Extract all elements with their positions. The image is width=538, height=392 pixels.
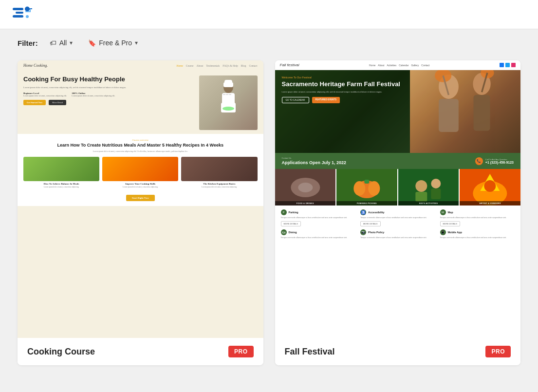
- fall-photo-kids: KID'S ACTIVITIES: [398, 169, 459, 205]
- fall-feature-dining-icon: 🍽: [281, 229, 287, 235]
- fall-photo-artist: ARTIST & VENDORS: [460, 169, 520, 205]
- svg-point-29: [368, 181, 380, 196]
- fall-feature-accessibility-btn: MORE DETAILS: [360, 221, 381, 226]
- fall-feature-photo-policy: 📷 Photo Policy Tempor commodo ullamcorpe…: [360, 229, 435, 239]
- fall-nav: Fall festival Home About Activities Cale…: [275, 60, 521, 70]
- filter-label: Filter:: [18, 39, 38, 47]
- fall-feature-parking-header: P Parking: [281, 209, 356, 215]
- people-silhouettes: [410, 70, 520, 153]
- fall-info-phone-icon: 📞: [475, 157, 483, 165]
- cooking-mini-title-1: How To Achieve Balance In Meals: [23, 183, 99, 185]
- svg-rect-0: [13, 8, 23, 10]
- cooking-mini-title-2: Improve Your Cooking Skills: [102, 183, 178, 185]
- svg-rect-8: [226, 94, 228, 95]
- svg-point-32: [415, 180, 427, 192]
- svg-rect-31: [398, 169, 459, 205]
- fall-festival-title: Fall Festival: [285, 347, 335, 357]
- fall-info-phone-area: Call To Ask Any Question +1 (323)-456-91…: [485, 158, 514, 164]
- fall-hero-tag: Welcome To Our Festival: [282, 76, 400, 79]
- fall-calendar-btn: GO TO CALENDAR: [282, 97, 309, 103]
- svg-rect-7: [223, 94, 225, 95]
- cooking-nav-brand: Home Cooking.: [23, 63, 48, 68]
- fall-feature-mobile-app: 📱 Mobile App Tempor commodo ullamcorper …: [440, 229, 515, 239]
- fall-photo-artist-label: ARTIST & VENDORS: [460, 201, 520, 205]
- fall-feature-accessibility-header: ♿ Accessibility: [360, 209, 435, 215]
- svg-point-25: [298, 183, 313, 192]
- fall-hero-btns: GO TO CALENDAR FEATURED EVENTS: [282, 97, 400, 103]
- fall-feature-dining: 🍽 Dining Tempor commodo ullamcorper a li…: [281, 229, 356, 239]
- logo[interactable]: [12, 6, 33, 23]
- cooking-section2: Course overview Learn How To Create Nutr…: [18, 134, 263, 206]
- fall-nav-home: Home: [369, 64, 375, 67]
- cooking-mini-card-1: How To Achieve Balance In Meals Lorem ip…: [23, 157, 99, 188]
- fall-nav-activities: Activities: [387, 64, 396, 67]
- fall-nav-instagram-icon: [511, 63, 516, 67]
- cooking-nav-testimonials: Testimonials: [206, 64, 220, 67]
- svg-point-39: [484, 180, 496, 192]
- fall-features: P Parking Tempor commodo ullamcorper a l…: [275, 205, 521, 243]
- fall-feature-photo-policy-title: Photo Policy: [368, 231, 384, 234]
- cooking-hero-title: Cooking For Busy Healthy People: [23, 75, 195, 83]
- filter-all-button[interactable]: 🏷 All ▾: [46, 37, 77, 49]
- fall-festival-card[interactable]: Fall festival Home About Activities Cale…: [275, 60, 521, 365]
- svg-rect-2: [13, 15, 23, 18]
- cooking-hero-image: [199, 75, 258, 130]
- fall-feature-accessibility-icon: ♿: [360, 209, 366, 215]
- fall-info-left: Contact Us Applications Open July 1, 202…: [282, 157, 347, 165]
- fall-photo-food-label: FOOD & DRINKS: [275, 201, 336, 205]
- fall-info-phone: +1 (323)-456-9123: [485, 161, 514, 164]
- filter-free-pro-button[interactable]: 🔖 Free & Pro ▾: [84, 37, 142, 49]
- fall-info-bar: Contact Us Applications Open July 1, 202…: [275, 153, 521, 169]
- svg-point-34: [431, 179, 441, 188]
- cooking-hero-btns: Get Started Now More Detail: [23, 100, 195, 105]
- cooking-cta-btn: Start Right Now: [126, 195, 155, 201]
- cooking-nav-faq: FAQ's & Help: [223, 64, 238, 67]
- fall-nav-about: About: [378, 64, 384, 67]
- fall-feature-mobile-app-header: 📱 Mobile App: [440, 229, 515, 235]
- fall-photo-kids-label: KID'S ACTIVITIES: [398, 201, 459, 205]
- fall-photo-pumpkin: PUMKING PICKING: [336, 169, 397, 205]
- chef-image-placeholder: [199, 75, 258, 130]
- svg-point-28: [353, 181, 365, 196]
- cooking-mini-img-2: [102, 157, 178, 181]
- fall-feature-photo-policy-desc: Tempor commodo ullamcorper a licus vesti…: [360, 237, 435, 239]
- cooking-mini-card-3: The Kitchen Equipment Basics Lorem ipsum…: [181, 157, 257, 188]
- cooking-mini-desc-1: Lorem ipsum dolor sit amet, consectetur …: [23, 186, 99, 188]
- fall-photo-food: FOOD & DRINKS: [275, 169, 336, 205]
- cooking-course-card[interactable]: Home Cooking. Home Course About Testimon…: [18, 60, 263, 365]
- fall-feature-photo-policy-icon: 📷: [360, 229, 366, 235]
- cooking-section2-label: Course overview: [23, 139, 258, 141]
- fall-photo-grid: FOOD & DRINKS PUMKING PICKING: [275, 169, 521, 205]
- cooking-mini-img-3: [181, 157, 257, 181]
- fall-feature-photo-policy-header: 📷 Photo Policy: [360, 229, 435, 235]
- fall-nav-links: Home About Activities Calendar Gallery C…: [369, 64, 430, 67]
- svg-rect-9: [229, 94, 231, 95]
- bookmark-icon: 🔖: [88, 39, 96, 47]
- cooking-get-started-btn: Get Started Now: [23, 100, 46, 105]
- fall-info-title: Applications Open July 1, 2022: [282, 160, 347, 165]
- cooking-mini-desc-3: Lorem ipsum dolor sit amet, consectetur …: [181, 186, 257, 188]
- fall-nav-social-icons: [500, 63, 516, 67]
- fall-feature-mobile-app-icon: 📱: [440, 229, 446, 235]
- cooking-mini-cards: How To Achieve Balance In Meals Lorem ip…: [23, 157, 258, 188]
- fall-festival-pro-badge: PRO: [485, 346, 511, 357]
- cooking-nav-home: Home: [176, 64, 183, 67]
- cooking-hero-desc: Lorem ipsum dolor sit amet, consectetur …: [23, 86, 195, 89]
- cooking-course-pro-badge: PRO: [228, 346, 254, 357]
- fall-nav-contact: Contact: [421, 64, 429, 67]
- fall-feature-mobile-app-title: Mobile App: [448, 231, 462, 234]
- cooking-nav-contact: Contact: [249, 64, 257, 67]
- tag-icon: 🏷: [50, 39, 56, 47]
- cooking-nav-links: Home Course About Testimonials FAQ's & H…: [176, 64, 257, 67]
- fall-feature-map: M Map Tempor commodo ullamcorper a licus…: [440, 209, 515, 226]
- fall-feature-parking-title: Parking: [289, 211, 298, 214]
- fall-feature-map-header: M Map: [440, 209, 515, 215]
- cooking-mini-card-2: Improve Your Cooking Skills Lorem ipsum …: [102, 157, 178, 188]
- fall-feature-dining-title: Dining: [289, 231, 297, 234]
- fall-info-contact-label: Contact Us: [282, 157, 347, 159]
- filter-all-label: All: [59, 39, 67, 47]
- fall-feature-dining-header: 🍽 Dining: [281, 229, 356, 235]
- svg-rect-35: [431, 188, 441, 199]
- filter-bar: Filter: 🏷 All ▾ 🔖 Free & Pro ▾: [0, 29, 538, 56]
- svg-point-14: [223, 107, 234, 111]
